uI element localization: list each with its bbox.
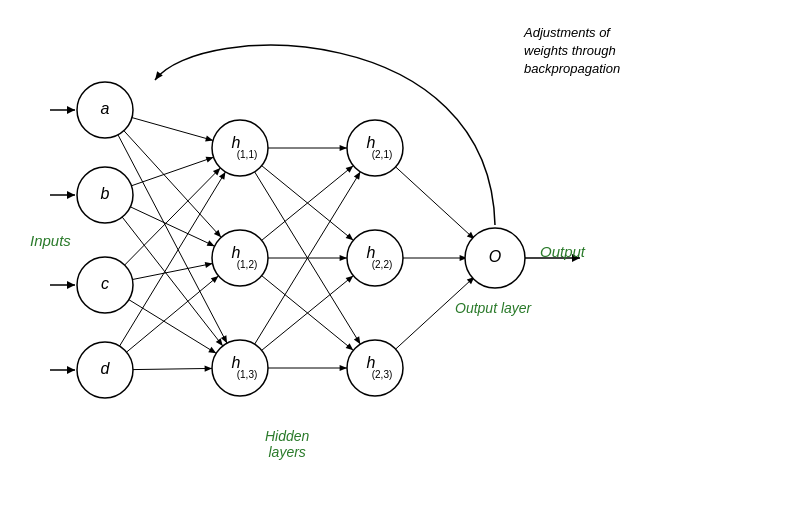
output-layer-label: Output layer xyxy=(455,300,531,316)
adjustments-label: Adjustments ofweights throughbackpropaga… xyxy=(524,24,620,79)
inputs-label: Inputs xyxy=(30,232,71,249)
output-label: Output xyxy=(540,243,585,260)
hidden-layers-label: Hiddenlayers xyxy=(265,428,309,460)
